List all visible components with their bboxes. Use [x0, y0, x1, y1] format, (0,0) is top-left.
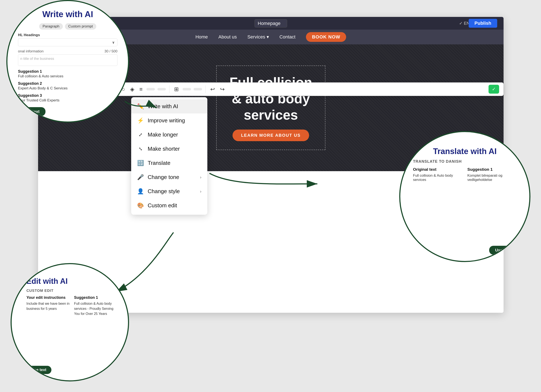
ai-menu-improve-writing[interactable]: ⚡ Improve writing: [131, 113, 207, 128]
additional-info-input[interactable]: n title of the business: [18, 54, 117, 66]
chevron-down-icon: ∨: [112, 40, 115, 44]
suggestion-1-label: Suggestion 1: [18, 69, 117, 74]
ai-menu-change-tone[interactable]: 🎤 Change tone ›: [131, 170, 207, 184]
publish-button[interactable]: Publish: [469, 19, 497, 28]
nav-contact[interactable]: Contact: [280, 34, 296, 40]
original-text-content: Full collision & Auto body services: [413, 173, 462, 182]
learn-more-button[interactable]: LEARN MORE ABOUT US: [233, 130, 309, 141]
improve-label: Improve writing: [148, 117, 185, 124]
suggestion-col: Suggestion 1 Komplet bilreparati og vedl…: [467, 167, 517, 242]
write-ai-label: Write with AI: [148, 103, 178, 110]
original-text-title: Original text: [413, 167, 462, 172]
suggestion-2-label: Suggestion 2: [18, 81, 117, 86]
change-style-label: Change style: [148, 188, 180, 195]
info-label-row: onal information 30 / 500: [18, 49, 117, 53]
ai-menu-make-longer[interactable]: ⤢ Make longer: [131, 128, 207, 142]
write-ai-use-text-button[interactable]: Use text: [18, 107, 46, 116]
nav-about[interactable]: About us: [218, 34, 237, 40]
table-icon[interactable]: ⊞: [173, 85, 180, 93]
char-count: 30 / 500: [104, 49, 117, 53]
edit-instructions-col: Your edit instructions Include that we h…: [26, 295, 70, 363]
edit-subtitle: CUSTOM EDIT: [26, 289, 117, 293]
edit-instructions-text: Include that we have been in business fo…: [26, 301, 70, 311]
make-longer-label: Make longer: [148, 132, 178, 138]
translate-columns: Original text Full collision & Auto body…: [413, 167, 517, 242]
suggestion-3: Suggestion 3 Your Trusted Colli Experts: [18, 93, 117, 102]
translate-label: Translate: [148, 160, 170, 166]
ai-menu-change-style[interactable]: 👤 Change style ›: [131, 184, 207, 199]
homepage-select[interactable]: Homepage: [255, 19, 287, 27]
hero-title: Full collision& auto bodyservices: [229, 74, 312, 123]
suggestion-1: Suggestion 1 Full collision & Auto servi…: [18, 69, 117, 78]
edit-columns: Your edit instructions Include that we h…: [26, 295, 117, 363]
ai-menu-make-shorter[interactable]: ⤡ Make shorter: [131, 142, 207, 156]
style-selector[interactable]: [146, 88, 155, 91]
suggestion-2-text: Expert Auto Body & C Services: [18, 86, 117, 91]
additional-info-label: onal information: [18, 49, 44, 53]
confirm-button[interactable]: ✓: [489, 85, 499, 94]
edit-instructions-title: Your edit instructions: [26, 295, 70, 300]
ai-menu-write-with-ai[interactable]: ✏️ Write with AI: [131, 99, 207, 113]
nav-home[interactable]: Home: [196, 34, 208, 40]
lang-badge: ✓ EN: [459, 21, 470, 26]
hero-content-box: Full collision& auto bodyservices LEARN …: [216, 66, 325, 150]
edit-bubble-title: Edit with AI: [26, 277, 117, 286]
change-tone-label: Change tone: [148, 174, 179, 180]
suggestion-3-label: Suggestion 3: [18, 93, 117, 98]
suggestion-1-text: Full collision & Auto services: [18, 74, 117, 78]
tab-paragraph[interactable]: Paragraph: [39, 23, 63, 30]
edit-ai-bubble: Edit with AI CUSTOM EDIT Your edit instr…: [10, 263, 129, 382]
make-shorter-label: Make shorter: [148, 146, 180, 152]
bg-selector[interactable]: [194, 88, 202, 91]
ai-menu: ✏️ Write with AI ⚡ Improve writing ⤢ Mak…: [131, 97, 207, 215]
highlight-icon[interactable]: ◈: [129, 85, 136, 93]
change-style-arrow: ›: [200, 189, 201, 194]
suggestion-3-text: Your Trusted Colli Experts: [18, 98, 117, 102]
write-ai-icon: ✏️: [137, 103, 144, 110]
bubble-tabs: Paragraph Custom prompt: [39, 23, 96, 30]
suggestions-list: Suggestion 1 Full collision & Auto servi…: [18, 69, 117, 106]
headings-dropdown[interactable]: ∨: [18, 38, 117, 46]
custom-edit-label: Custom edit: [148, 202, 177, 209]
ai-menu-translate[interactable]: 🔡 Translate: [131, 156, 207, 170]
make-longer-icon: ⤢: [137, 132, 144, 137]
original-text-col: Original text Full collision & Auto body…: [413, 167, 462, 242]
improve-icon: ⚡: [137, 117, 144, 124]
write-ai-bubble: Write with AI Paragraph Custom prompt HL…: [6, 0, 129, 122]
suggestion-title: Suggestion 1: [467, 167, 517, 172]
translate-bubble-title: Translate with AI: [413, 147, 517, 156]
translate-icon: 🔡: [137, 160, 144, 166]
change-tone-arrow: ›: [200, 175, 201, 180]
book-now-button[interactable]: BOOK NOW: [306, 32, 346, 42]
write-ai-bubble-title: Write with AI: [42, 10, 93, 19]
make-shorter-icon: ⤡: [137, 146, 144, 152]
color-selector[interactable]: [182, 88, 191, 91]
ai-menu-custom-edit[interactable]: 🎨 Custom edit: [131, 199, 207, 213]
hl-headings-label: HL Headings: [18, 33, 117, 37]
translate-ai-bubble: Translate with AI TRANSLATE TO DANISH Or…: [399, 131, 531, 262]
edit-suggestion-col: Suggestion 1 Full collision & Auto body …: [74, 295, 117, 363]
redo-icon[interactable]: ↪: [219, 85, 226, 93]
tab-custom-prompt[interactable]: Custom prompt: [65, 23, 96, 30]
edit-suggestion-text: Full collision & Auto body services - Pr…: [74, 301, 117, 316]
change-style-icon: 👤: [137, 188, 144, 195]
translate-subtitle: TRANSLATE TO DANISH: [413, 159, 517, 164]
edit-use-text-button[interactable]: Use text: [26, 366, 52, 374]
undo-icon[interactable]: ↩: [209, 85, 216, 93]
custom-edit-icon: 🎨: [137, 202, 144, 209]
size-selector[interactable]: [157, 88, 166, 91]
edit-suggestion-label: Suggestion 1: [74, 295, 117, 300]
change-tone-icon: 🎤: [137, 174, 144, 180]
separator-4: [205, 85, 206, 93]
align-icon[interactable]: ≡: [138, 85, 144, 93]
suggestion-2: Suggestion 2 Expert Auto Body & C Servic…: [18, 81, 117, 91]
nav-services[interactable]: Services ▾: [247, 34, 269, 40]
suggestion-text: Komplet bilreparati og vedligeholdelse: [467, 173, 517, 182]
